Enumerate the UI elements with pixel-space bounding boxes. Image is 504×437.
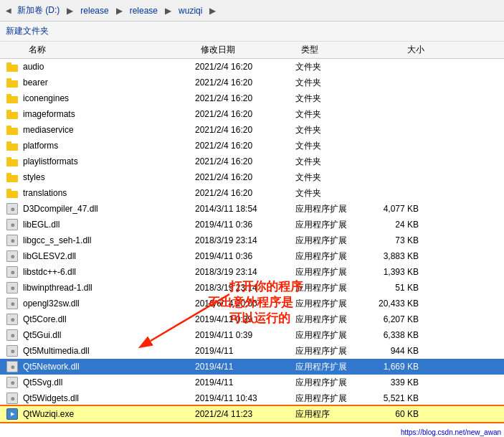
file-date: 2021/2/4 16:20 xyxy=(195,62,295,72)
file-size: 5,521 KB xyxy=(367,393,424,403)
file-name: playlistformats xyxy=(23,156,195,166)
file-date: 2018/3/19 23:14 xyxy=(195,235,295,245)
url-hint: https://blog.csdn.net/new_awan xyxy=(398,428,504,437)
dll-icon: ⚙ xyxy=(6,219,18,230)
file-name: Qt5Svg.dll xyxy=(23,377,195,387)
file-name: libEGL.dll xyxy=(23,220,195,230)
dll-icon: ⚙ xyxy=(6,235,18,246)
dll-icon: ⚙ xyxy=(6,314,18,325)
table-row[interactable]: ⚙libGLESV2.dll2019/4/11 0:36应用程序扩展3,883 … xyxy=(0,248,504,264)
column-headers: 名称 修改日期 类型 大小 xyxy=(0,42,504,59)
table-row[interactable]: ⚙Qt5Core.dll2019/4/11 0:39应用程序扩展6,207 KB xyxy=(0,311,504,327)
toolbar: 新建文件夹 xyxy=(0,22,504,42)
col-header-size[interactable]: 大小 xyxy=(373,44,430,56)
breadcrumb-wuziqi[interactable]: wuziqi xyxy=(176,5,205,17)
file-name: platforms xyxy=(23,141,195,151)
breadcrumb-release2[interactable]: release xyxy=(127,5,161,17)
file-type: 文件夹 xyxy=(295,156,367,168)
file-type: 文件夹 xyxy=(295,93,367,105)
breadcrumb-drive[interactable]: 新加卷 (D:) xyxy=(14,4,62,17)
file-name: libGLESV2.dll xyxy=(23,251,195,261)
folder-icon xyxy=(6,126,18,135)
dll-icon: ⚙ xyxy=(6,393,18,404)
table-row[interactable]: ⚙libstdc++-6.dll2018/3/19 23:14应用程序扩展1,3… xyxy=(0,264,504,280)
file-type: 应用程序扩展 xyxy=(295,377,367,389)
table-row[interactable]: audio2021/2/4 16:20文件夹 xyxy=(0,59,504,75)
table-row[interactable]: iconengines2021/2/4 16:20文件夹 xyxy=(0,90,504,106)
folder-icon xyxy=(6,62,18,72)
dll-icon: ⚙ xyxy=(6,329,18,341)
breadcrumb-release1[interactable]: release xyxy=(77,5,111,17)
file-date: 2018/3/19 23:14 xyxy=(195,283,295,293)
file-date: 2019/4/11 xyxy=(195,377,295,387)
dll-icon: ⚙ xyxy=(6,203,18,215)
file-name: libstdc++-6.dll xyxy=(23,267,195,277)
table-row[interactable]: ⚙Qt5Multimedia.dll2019/4/11应用程序扩展944 KB xyxy=(0,343,504,359)
file-name: libgcc_s_seh-1.dll xyxy=(23,235,195,245)
dll-icon: ⚙ xyxy=(6,266,18,278)
file-name: opengl32sw.dll xyxy=(23,299,195,309)
file-name: libwinpthread-1.dll xyxy=(23,283,195,293)
file-name: Qt5Core.dll xyxy=(23,314,195,324)
file-type: 文件夹 xyxy=(295,187,367,199)
file-name: iconengines xyxy=(23,93,195,103)
file-date: 2021/2/4 16:20 xyxy=(195,77,295,88)
file-name: D3Dcompiler_47.dll xyxy=(23,204,195,214)
nav-back-icon[interactable]: ◀ xyxy=(6,6,11,14)
table-row[interactable]: playlistformats2021/2/4 16:20文件夹 xyxy=(0,154,504,169)
file-size: 6,338 KB xyxy=(367,330,424,340)
file-type: 应用程序扩展 xyxy=(295,361,367,373)
file-type: 文件夹 xyxy=(295,171,367,184)
table-row[interactable]: imageformats2021/2/4 16:20文件夹 xyxy=(0,106,504,122)
table-row[interactable]: ⚙Qt5Network.dll2019/4/11应用程序扩展1,669 KB xyxy=(0,359,504,375)
table-row[interactable]: QtWuziqi.exe2021/2/4 11:23应用程序60 KB xyxy=(0,406,504,422)
file-size: 1,669 KB xyxy=(367,362,424,372)
file-type: 应用程序扩展 xyxy=(295,219,367,231)
file-size: 24 KB xyxy=(367,220,424,230)
table-row[interactable]: ⚙D3Dcompiler_47.dll2014/3/11 18:54应用程序扩展… xyxy=(0,201,504,217)
table-row[interactable]: translations2021/2/4 16:20文件夹 xyxy=(0,185,504,201)
file-size: 3,883 KB xyxy=(367,251,424,261)
file-type: 应用程序扩展 xyxy=(295,314,367,326)
table-row[interactable]: ⚙Qt5Svg.dll2019/4/11应用程序扩展339 KB xyxy=(0,375,504,390)
table-row[interactable]: ⚙libwinpthread-1.dll2018/3/19 23:14应用程序扩… xyxy=(0,280,504,296)
table-row[interactable]: ⚙Qt5Widgets.dll2019/4/11 10:43应用程序扩展5,52… xyxy=(0,390,504,406)
table-row[interactable]: ⚙Qt5Gui.dll2019/4/11 0:39应用程序扩展6,338 KB xyxy=(0,327,504,343)
folder-icon xyxy=(6,157,18,166)
folder-icon xyxy=(6,94,18,103)
file-type: 应用程序扩展 xyxy=(295,345,367,357)
dll-icon: ⚙ xyxy=(6,345,18,357)
folder-icon xyxy=(6,110,18,119)
col-header-type[interactable]: 类型 xyxy=(301,44,373,56)
file-date: 2014/3/11 18:54 xyxy=(195,204,295,214)
table-row[interactable]: mediaservice2021/2/4 16:20文件夹 xyxy=(0,122,504,138)
table-row[interactable]: styles2021/2/4 16:20文件夹 xyxy=(0,169,504,185)
breadcrumb-sep-1: ▶ xyxy=(65,6,75,16)
table-row[interactable]: ⚙libgcc_s_seh-1.dll2018/3/19 23:14应用程序扩展… xyxy=(0,232,504,248)
file-type: 应用程序扩展 xyxy=(295,282,367,294)
folder-icon xyxy=(6,78,18,88)
file-date: 2018/3/19 23:14 xyxy=(195,267,295,277)
table-row[interactable]: bearer2021/2/4 16:20文件夹 xyxy=(0,75,504,90)
file-type: 文件夹 xyxy=(295,61,367,73)
file-list-area: 名称 修改日期 类型 大小 audio2021/2/4 16:20文件夹bear… xyxy=(0,42,504,437)
table-row[interactable]: ⚙opengl32sw.dll2016/6/14 20:00应用程序扩展20,4… xyxy=(0,296,504,311)
exe-icon xyxy=(6,408,18,420)
file-date: 2019/4/11 xyxy=(195,346,295,356)
file-name: imageformats xyxy=(23,109,195,119)
file-size: 1,393 KB xyxy=(367,267,424,277)
file-type: 文件夹 xyxy=(295,124,367,136)
dll-icon: ⚙ xyxy=(6,361,18,372)
table-row[interactable]: ⚙libEGL.dll2019/4/11 0:36应用程序扩展24 KB xyxy=(0,217,504,232)
table-row[interactable]: platforms2021/2/4 16:20文件夹 xyxy=(0,138,504,154)
file-size: 60 KB xyxy=(367,409,424,419)
folder-icon xyxy=(6,189,18,198)
file-name: QtWuziqi.exe xyxy=(23,409,195,419)
file-type: 应用程序扩展 xyxy=(295,393,367,405)
col-header-date[interactable]: 修改日期 xyxy=(201,44,301,56)
file-date: 2019/4/11 xyxy=(195,362,295,372)
new-folder-button[interactable]: 新建文件夹 xyxy=(6,25,49,37)
col-header-name[interactable]: 名称 xyxy=(0,44,201,56)
file-type: 应用程序扩展 xyxy=(295,235,367,247)
file-name: translations xyxy=(23,188,195,198)
